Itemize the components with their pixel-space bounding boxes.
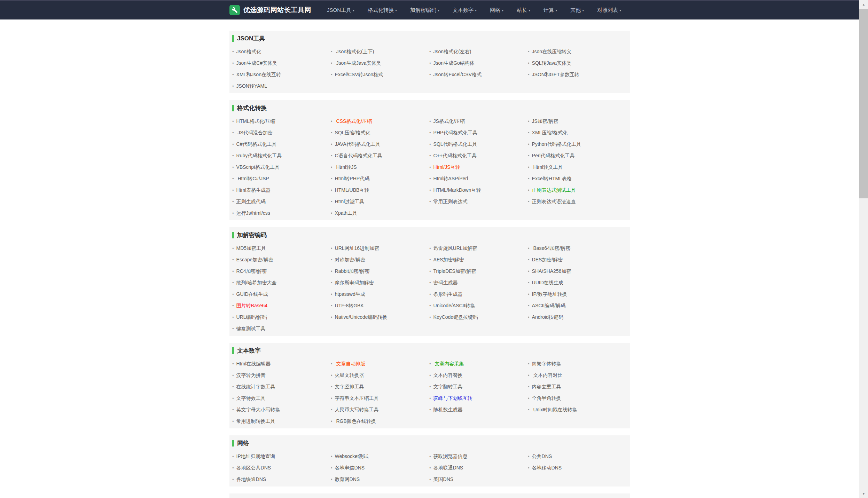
nav-menu-item-2[interactable]: 加解密编码▾	[404, 7, 446, 14]
tool-link[interactable]: •SQL转Java实体类	[528, 57, 626, 69]
tool-link[interactable]: •Json格式化(左右)	[429, 46, 528, 57]
tool-link[interactable]: •JS加密/解密	[528, 116, 626, 127]
tool-link[interactable]: •全角半角转换	[528, 393, 626, 404]
tool-link[interactable]: •RC4加密/解密	[232, 266, 331, 277]
tool-link[interactable]: •文字竖排工具	[331, 381, 429, 393]
tool-link[interactable]: •C++代码格式化工具	[429, 150, 528, 161]
tool-link[interactable]: •JAVA代码格式化工具	[331, 139, 429, 150]
tool-link[interactable]: •Android按键码	[528, 311, 626, 323]
tool-link[interactable]: •PHP代码格式化工具	[429, 127, 528, 139]
tool-link[interactable]: •URL网址16进制加密	[331, 243, 429, 254]
tool-link[interactable]: •Json格式化	[232, 46, 331, 57]
tool-link[interactable]: •Python代码格式化工具	[528, 139, 626, 150]
tool-link[interactable]: •SQL代码格式化工具	[429, 139, 528, 150]
tool-link[interactable]: •Xpath工具	[331, 207, 429, 219]
scroll-down-icon[interactable]: ▼	[859, 489, 868, 498]
tool-link[interactable]: •Rabbit加密/解密	[331, 266, 429, 277]
tool-link[interactable]: •XML和Json在线互转	[232, 69, 331, 80]
tool-link[interactable]: •C#代码格式化工具	[232, 139, 331, 150]
tool-link[interactable]: •文字翻转工具	[429, 381, 528, 393]
tool-link[interactable]: •各地联通DNS	[429, 462, 528, 474]
nav-menu-item-1[interactable]: 格式化转换▾	[361, 7, 404, 14]
scrollbar-thumb[interactable]	[859, 9, 868, 198]
tool-link[interactable]: •Ruby代码格式化工具	[232, 150, 331, 161]
tool-link[interactable]: •迅雷旋风URL加解密	[429, 243, 528, 254]
tool-link[interactable]: • Html转义工具	[528, 161, 626, 173]
tool-link[interactable]: • JS代码混合加密	[232, 127, 331, 139]
tool-link[interactable]: • Json生成Java实体类	[331, 57, 429, 69]
tool-link[interactable]: •Html表格生成器	[232, 184, 331, 196]
nav-menu-item-0[interactable]: JSON工具▾	[320, 7, 361, 14]
tool-link[interactable]: •Native/Unicode编码转换	[331, 311, 429, 323]
nav-menu-item-3[interactable]: 文本数字▾	[446, 7, 483, 14]
tool-link[interactable]: •Json转Excel/CSV格式	[429, 69, 528, 80]
tool-link[interactable]: •URL编码/解码	[232, 311, 331, 323]
tool-link[interactable]: •各地铁通DNS	[232, 474, 331, 485]
tool-link[interactable]: •正则表达式测试工具	[528, 184, 626, 196]
tool-link[interactable]: •GUID在线生成	[232, 288, 331, 300]
tool-link[interactable]: •常用进制转换工具	[232, 416, 331, 427]
tool-link[interactable]: •Json生成C#实体类	[232, 57, 331, 69]
nav-menu-item-8[interactable]: 对照列表▾	[591, 7, 628, 14]
tool-link[interactable]: •SHA/SHA256加密	[528, 266, 626, 277]
tool-link[interactable]: •Websocket测试	[331, 451, 429, 462]
tool-link[interactable]: • 文本内容对比	[528, 370, 626, 381]
tool-link[interactable]: •火星文转换器	[331, 370, 429, 381]
tool-link[interactable]: •JSON和GET参数互转	[528, 69, 626, 80]
tool-link[interactable]: •UUID在线生成	[528, 277, 626, 288]
tool-link[interactable]: •在线统计字数工具	[232, 381, 331, 393]
tool-link[interactable]: •正则生成代码	[232, 196, 331, 207]
tool-link[interactable]: •Html转ASP/Perl	[429, 173, 528, 184]
tool-link[interactable]: •IP/数字地址转换	[528, 288, 626, 300]
tool-link[interactable]: • 文章自动排版	[331, 358, 429, 370]
tool-link[interactable]: •C语言代码格式化工具	[331, 150, 429, 161]
tool-link[interactable]: • RGB颜色在线转换	[331, 416, 429, 427]
tool-link[interactable]: •IP地址归属地查询	[232, 451, 331, 462]
tool-link[interactable]: •英文字母大小写转换	[232, 404, 331, 416]
tool-link[interactable]: •Escape加密/解密	[232, 254, 331, 266]
tool-link[interactable]: •Excel/CSV转Json格式	[331, 69, 429, 80]
tool-link[interactable]: •Html/JS互转	[429, 161, 528, 173]
tool-link[interactable]: • Html转C#/JSP	[232, 173, 331, 184]
tool-link[interactable]: •ASCII编码/解码	[528, 300, 626, 311]
tool-link[interactable]: •Html转PHP代码	[331, 173, 429, 184]
tool-link[interactable]: •散列/哈希加密大全	[232, 277, 331, 288]
tool-link[interactable]: •JSON转YAML	[232, 80, 331, 92]
nav-menu-item-4[interactable]: 网络▾	[483, 7, 510, 14]
tool-link[interactable]: •内容去重工具	[528, 381, 626, 393]
tool-link[interactable]: •AES加密/解密	[429, 254, 528, 266]
tool-link[interactable]: • Base64加密/解密	[528, 243, 626, 254]
tool-link[interactable]: •键盘测试工具	[232, 323, 331, 334]
tool-link[interactable]: •简繁字体转换	[528, 358, 626, 370]
tool-link[interactable]: •美国DNS	[429, 474, 528, 485]
nav-menu-item-7[interactable]: 其他▾	[564, 7, 591, 14]
tool-link[interactable]: •HTML/UBB互转	[331, 184, 429, 196]
tool-link[interactable]: •驼峰与下划线互转	[429, 393, 528, 404]
tool-link[interactable]: •获取浏览器信息	[429, 451, 528, 462]
tool-link[interactable]: •条形码生成器	[429, 288, 528, 300]
tool-link[interactable]: •对称加密/解密	[331, 254, 429, 266]
tool-link[interactable]: •教育网DNS	[331, 474, 429, 485]
tool-link[interactable]: •运行Js/html/css	[232, 207, 331, 219]
tool-link[interactable]: • 文章内容采集	[429, 358, 528, 370]
tool-link[interactable]: •Html过滤工具	[331, 196, 429, 207]
tool-link[interactable]: •人民币大写转换工具	[331, 404, 429, 416]
tool-link[interactable]: •正则表达式语法速查	[528, 196, 626, 207]
scroll-up-icon[interactable]: ▲	[859, 0, 868, 9]
tool-link[interactable]: •Json生成Go结构体	[429, 57, 528, 69]
tool-link[interactable]: •随机数生成器	[429, 404, 528, 416]
tool-link[interactable]: •各地电信DNS	[331, 462, 429, 474]
tool-link[interactable]: •SQL压缩/格式化	[331, 127, 429, 139]
tool-link[interactable]: •JS格式化/压缩	[429, 116, 528, 127]
tool-link[interactable]: •Excel转HTML表格	[528, 173, 626, 184]
tool-link[interactable]: •VBScript格式化工具	[232, 161, 331, 173]
tool-link[interactable]: •KeyCode键盘按键码	[429, 311, 528, 323]
tool-link[interactable]: •htpasswd生成	[331, 288, 429, 300]
tool-link[interactable]: •密码生成器	[429, 277, 528, 288]
tool-link[interactable]: •Html在线编辑器	[232, 358, 331, 370]
tool-link[interactable]: •常用正则表达式	[429, 196, 528, 207]
tool-link[interactable]: •各地区公共DNS	[232, 462, 331, 474]
tool-link[interactable]: •汉字转为拼音	[232, 370, 331, 381]
tool-link[interactable]: •各地移动DNS	[528, 462, 626, 474]
tool-link[interactable]: •UTF-8转GBK	[331, 300, 429, 311]
